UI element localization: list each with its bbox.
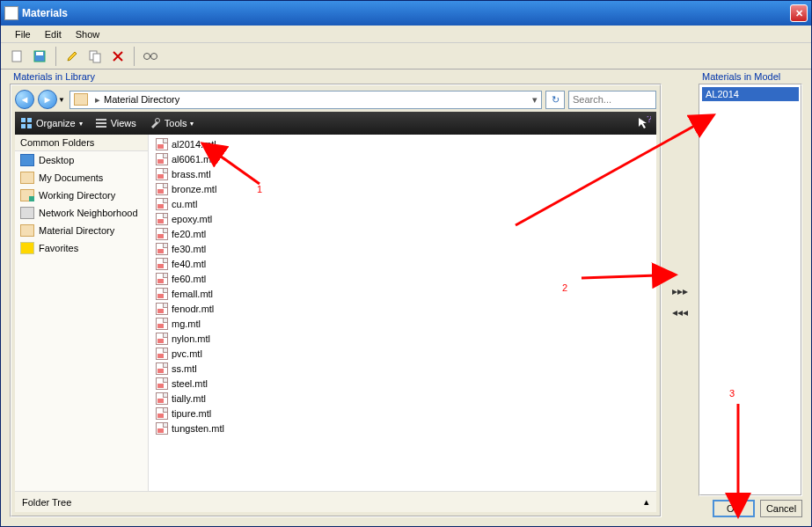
folder-materialdir[interactable]: Material Directory bbox=[15, 222, 148, 239]
file-item[interactable]: tially.mtl bbox=[154, 391, 233, 406]
folder-tree-bar[interactable]: Folder Tree ▴ bbox=[15, 491, 656, 512]
library-panel: Materials in Library ◄ ► ▼ ▸ Material Di… bbox=[10, 70, 662, 517]
move-left-button[interactable]: ◂◂◂ bbox=[672, 307, 688, 319]
collapse-arrow-icon[interactable]: ▴ bbox=[644, 496, 649, 508]
svg-text:?: ? bbox=[647, 116, 651, 124]
svg-rect-0 bbox=[12, 51, 21, 62]
folder-icon bbox=[20, 207, 34, 219]
dialog-buttons: OK Cancel bbox=[699, 500, 802, 517]
mtl-file-icon bbox=[156, 348, 168, 360]
model-panel: Materials in Model AL2014 OK Cancel bbox=[699, 70, 802, 517]
file-name: bronze.mtl bbox=[172, 184, 216, 194]
file-item[interactable]: steel.mtl bbox=[154, 376, 233, 391]
toolbar-separator bbox=[55, 47, 56, 66]
file-name: epoxy.mtl bbox=[172, 214, 212, 224]
nav-forward-button[interactable]: ► bbox=[38, 90, 57, 109]
menu-show[interactable]: Show bbox=[69, 27, 107, 41]
folder-working[interactable]: Working Directory bbox=[15, 187, 148, 204]
path-dropdown[interactable]: ▾ bbox=[532, 94, 538, 106]
menubar: File Edit Show bbox=[1, 26, 811, 43]
file-item[interactable]: fenodr.mtl bbox=[154, 301, 233, 316]
library-label: Materials in Library bbox=[10, 70, 662, 84]
views-icon bbox=[95, 117, 107, 129]
mtl-file-icon bbox=[156, 377, 168, 390]
menu-edit[interactable]: Edit bbox=[38, 27, 69, 41]
file-item[interactable]: fe20.mtl bbox=[154, 226, 233, 241]
tools-label: Tools bbox=[165, 118, 187, 128]
folder-desktop[interactable]: Desktop bbox=[15, 151, 148, 169]
file-item[interactable]: al6061.mtl bbox=[154, 151, 233, 166]
mtl-file-icon bbox=[156, 362, 168, 375]
file-name: fe20.mtl bbox=[172, 229, 206, 239]
file-item[interactable]: epoxy.mtl bbox=[154, 211, 233, 226]
folder-label: Favorites bbox=[39, 243, 78, 253]
mtl-file-icon bbox=[156, 183, 168, 195]
content-area: Materials in Library ◄ ► ▼ ▸ Material Di… bbox=[1, 70, 811, 526]
folder-mydocs[interactable]: My Documents bbox=[15, 169, 148, 187]
glasses-button[interactable] bbox=[140, 46, 161, 67]
path-box[interactable]: ▸ Material Directory ▾ bbox=[69, 91, 542, 109]
file-item[interactable]: al2014.mtl bbox=[154, 136, 233, 151]
file-name: fe40.mtl bbox=[172, 259, 206, 269]
app-icon bbox=[4, 6, 18, 20]
folder-network[interactable]: Network Neighborhood bbox=[15, 204, 148, 222]
new-button[interactable] bbox=[6, 46, 27, 67]
svg-point-14 bbox=[155, 119, 159, 123]
svg-rect-4 bbox=[93, 54, 100, 62]
file-item[interactable]: pvc.mtl bbox=[154, 346, 233, 361]
file-name: ss.mtl bbox=[172, 363, 197, 374]
file-item[interactable]: bronze.mtl bbox=[154, 181, 233, 196]
file-area: Common Folders DesktopMy DocumentsWorkin… bbox=[15, 135, 656, 491]
file-name: fe30.mtl bbox=[172, 244, 206, 254]
delete-button[interactable] bbox=[107, 46, 128, 67]
folder-favorites[interactable]: Favorites bbox=[15, 239, 148, 257]
copy-button[interactable] bbox=[84, 46, 106, 67]
file-item[interactable]: femall.mtl bbox=[154, 286, 233, 301]
file-item[interactable]: tungsten.mtl bbox=[154, 421, 233, 436]
svg-rect-8 bbox=[27, 118, 32, 122]
nav-back-button[interactable]: ◄ bbox=[15, 90, 34, 109]
ok-button[interactable]: OK bbox=[713, 500, 755, 517]
mtl-file-icon bbox=[156, 213, 168, 225]
window-title: Materials bbox=[22, 7, 790, 19]
file-name: brass.mtl bbox=[172, 169, 211, 179]
folder-icon bbox=[20, 172, 34, 184]
views-menu[interactable]: Views bbox=[95, 117, 136, 129]
refresh-button[interactable]: ↻ bbox=[545, 91, 565, 109]
file-name: mg.mtl bbox=[172, 318, 201, 329]
file-item[interactable]: brass.mtl bbox=[154, 166, 233, 181]
organize-menu[interactable]: Organize ▾ bbox=[20, 117, 83, 129]
close-button[interactable]: ✕ bbox=[790, 4, 808, 22]
file-item[interactable]: cu.mtl bbox=[154, 196, 233, 211]
file-name: steel.mtl bbox=[172, 378, 208, 389]
file-name: fenodr.mtl bbox=[172, 304, 214, 314]
search-input[interactable] bbox=[568, 91, 656, 109]
file-item[interactable]: fe30.mtl bbox=[154, 241, 233, 256]
toolbar bbox=[1, 43, 811, 70]
file-name: tipure.mtl bbox=[172, 408, 211, 419]
toolbar-separator bbox=[134, 47, 135, 66]
file-item[interactable]: tipure.mtl bbox=[154, 406, 233, 421]
tools-menu[interactable]: Tools ▾ bbox=[149, 117, 194, 129]
file-item[interactable]: mg.mtl bbox=[154, 316, 233, 331]
menu-file[interactable]: File bbox=[8, 27, 38, 41]
mtl-file-icon bbox=[156, 288, 168, 300]
folder-label: My Documents bbox=[39, 172, 103, 183]
file-item[interactable]: ss.mtl bbox=[154, 361, 233, 376]
mtl-file-icon bbox=[156, 228, 168, 240]
pencil-button[interactable] bbox=[62, 46, 83, 67]
model-item[interactable]: AL2014 bbox=[702, 87, 799, 101]
file-item[interactable]: fe60.mtl bbox=[154, 271, 233, 286]
help-pointer-icon[interactable]: ? bbox=[637, 116, 651, 130]
cancel-button[interactable]: Cancel bbox=[760, 500, 802, 517]
file-item[interactable]: fe40.mtl bbox=[154, 256, 233, 271]
mtl-file-icon bbox=[156, 138, 168, 150]
mtl-file-icon bbox=[156, 168, 168, 180]
file-item[interactable]: nylon.mtl bbox=[154, 331, 233, 346]
folder-label: Working Directory bbox=[39, 190, 115, 201]
file-name: al2014.mtl bbox=[172, 139, 216, 150]
move-right-button[interactable]: ▸▸▸ bbox=[672, 286, 688, 298]
file-name: pvc.mtl bbox=[172, 348, 202, 359]
nav-dropdown[interactable]: ▼ bbox=[57, 96, 66, 104]
save-button[interactable] bbox=[29, 46, 50, 67]
